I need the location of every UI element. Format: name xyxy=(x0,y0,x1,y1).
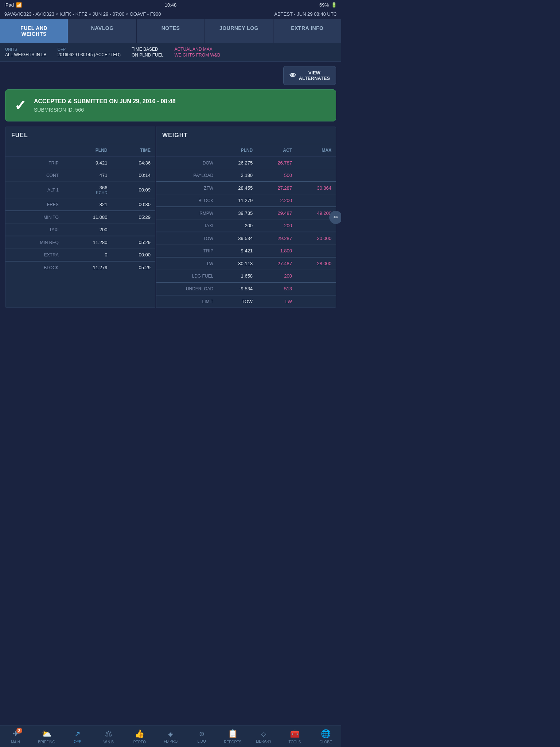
info-ofp-group: OFP 20160629 030145 (ACCEPTED) xyxy=(58,47,121,57)
fuel-panel-header: FUEL xyxy=(5,127,155,144)
weight-plnd-lw: 30.113 xyxy=(218,257,257,270)
weight-act-trip: 1.800 xyxy=(257,245,296,258)
ofp-value: 20160629 030145 (ACCEPTED) xyxy=(58,52,121,57)
weight-act-underload: 513 xyxy=(257,282,296,295)
fuel-plnd-cont: 471 xyxy=(63,169,112,182)
accepted-title: ACCEPTED & SUBMITTED ON JUN 29, 2016 - 0… xyxy=(34,98,176,105)
fuel-label-taxi: TAXI xyxy=(5,224,63,236)
weight-label-zfw: ZFW xyxy=(156,182,218,194)
weight-label-dow: DOW xyxy=(156,157,218,169)
weight-act-payload: 500 xyxy=(257,169,296,182)
fuel-time-taxi xyxy=(112,224,155,236)
weight-table: PLND ACT MAX DOW 26.275 26.787 PAYLOAD 2… xyxy=(156,144,336,307)
content-spacer xyxy=(0,308,341,344)
table-row: PAYLOAD 2.180 500 xyxy=(156,169,336,182)
weight-panel: WEIGHT PLND ACT MAX DOW 26.275 26.787 xyxy=(156,127,336,308)
weight-label-trip: TRIP xyxy=(156,245,218,258)
table-row: MIN REQ 11.280 05:29 xyxy=(5,236,155,249)
battery-icon: 🔋 xyxy=(331,2,337,8)
fuel-plnd-alt1: 366 KCHD xyxy=(63,182,112,198)
weight-plnd-block: 11.279 xyxy=(218,194,257,207)
table-row: TOW 39.534 29.287 30.000 xyxy=(156,232,336,245)
table-row: MIN TO 11.080 05:29 xyxy=(5,211,155,224)
weight-plnd-zfw: 28.455 xyxy=(218,182,257,194)
weight-max-ldgfuel xyxy=(296,270,336,283)
main-content: FUEL PLND TIME TRIP 9.421 04:36 CONT 471 xyxy=(0,127,341,308)
weight-max-payload xyxy=(296,169,336,182)
fuel-plnd-trip: 9.421 xyxy=(63,157,112,169)
fuel-panel: FUEL PLND TIME TRIP 9.421 04:36 CONT 471 xyxy=(5,127,155,308)
tabs-bar: FUEL ANDWEIGHTS NAVLOG NOTES JOURNEY LOG… xyxy=(0,19,341,43)
edit-icon-button[interactable]: ✏ xyxy=(329,211,341,224)
fuel-table: PLND TIME TRIP 9.421 04:36 CONT 471 00:1… xyxy=(5,144,155,274)
weight-label-limit: LIMIT xyxy=(156,295,218,307)
table-row: ALT 1 366 KCHD 00:09 xyxy=(5,182,155,198)
ofp-label: OFP xyxy=(58,47,121,51)
accepted-text-group: ACCEPTED & SUBMITTED ON JUN 29, 2016 - 0… xyxy=(34,98,176,113)
table-row: LW 30.113 27.487 28.000 xyxy=(156,257,336,270)
weight-act-dow: 26.787 xyxy=(257,157,296,169)
actualmax-value2: WEIGHTS FROM W&B xyxy=(174,53,220,58)
weight-max-tow: 30.000 xyxy=(296,232,336,245)
weight-panel-header: WEIGHT xyxy=(156,127,336,144)
status-left: iPad 📶 xyxy=(4,2,22,8)
weight-max-underload xyxy=(296,282,336,295)
weight-plnd-rmpw: 39.735 xyxy=(218,207,257,220)
accepted-banner: ✓ ACCEPTED & SUBMITTED ON JUN 29, 2016 -… xyxy=(5,89,336,121)
table-row: ZFW 28.455 27.287 30.864 xyxy=(156,182,336,194)
checkmark-icon: ✓ xyxy=(14,97,27,114)
weight-max-lw: 28.000 xyxy=(296,257,336,270)
fuel-label-trip: TRIP xyxy=(5,157,63,169)
weight-plnd-dow: 26.275 xyxy=(218,157,257,169)
table-row: EXTRA 0 00:00 xyxy=(5,249,155,262)
wifi-icon: 📶 xyxy=(16,2,22,8)
table-row: TRIP 9.421 04:36 xyxy=(5,157,155,169)
fuel-plnd-block: 11.279 xyxy=(63,261,112,274)
table-row: DOW 26.275 26.787 xyxy=(156,157,336,169)
units-label: UNITS xyxy=(5,47,47,51)
weight-act-tow: 29.287 xyxy=(257,232,296,245)
fuel-time-minto: 05:29 xyxy=(112,211,155,224)
weight-col-label xyxy=(156,144,218,157)
weight-plnd-limit: TOW xyxy=(218,295,257,307)
weight-label-underload: UNDERLOAD xyxy=(156,282,218,295)
fuel-label-extra: EXTRA xyxy=(5,249,63,262)
weight-act-block: 2.200 xyxy=(257,194,296,207)
tab-journey-log[interactable]: JOURNEY LOG xyxy=(205,19,273,43)
tab-fuel-weights[interactable]: FUEL ANDWEIGHTS xyxy=(0,19,68,43)
weight-act-ldgfuel: 200 xyxy=(257,270,296,283)
fuel-label-block: BLOCK xyxy=(5,261,63,274)
weight-plnd-ldgfuel: 1.658 xyxy=(218,270,257,283)
weight-max-limit xyxy=(296,295,336,307)
fuel-label-fres: FRES xyxy=(5,198,63,211)
flight-info-right: ABTEST - JUN 29 08:48 UTC xyxy=(274,11,337,17)
weight-plnd-payload: 2.180 xyxy=(218,169,257,182)
tab-notes[interactable]: NOTES xyxy=(137,19,205,43)
weight-plnd-tow: 39.534 xyxy=(218,232,257,245)
table-row: TAXI 200 200 xyxy=(156,220,336,232)
view-alternates-button[interactable]: 👁 VIEWALTERNATES xyxy=(283,66,336,85)
timebased-value: TIME BASED xyxy=(132,47,163,52)
table-row: TRIP 9.421 1.800 xyxy=(156,245,336,258)
weight-label-taxi: TAXI xyxy=(156,220,218,232)
fuel-label-minto: MIN TO xyxy=(5,211,63,224)
table-row: BLOCK 11.279 2.200 xyxy=(156,194,336,207)
fuel-time-cont: 00:14 xyxy=(112,169,155,182)
tab-navlog[interactable]: NAVLOG xyxy=(68,19,136,43)
flight-info-bar: 9AVAVIO323 - AVIO323 » KJFK - KFFZ » JUN… xyxy=(0,10,341,19)
weight-col-max: MAX xyxy=(296,144,336,157)
fuel-time-extra: 00:00 xyxy=(112,249,155,262)
units-value: ALL WEIGHTS IN LB xyxy=(5,52,47,57)
info-units-group: UNITS ALL WEIGHTS IN LB xyxy=(5,47,47,57)
weight-plnd-taxi: 200 xyxy=(218,220,257,232)
fuel-plnd-minreq: 11.280 xyxy=(63,236,112,249)
fuel-col-plnd: PLND xyxy=(63,144,112,157)
tab-extra-info[interactable]: EXTRA INFO xyxy=(273,19,341,43)
table-row: TAXI 200 xyxy=(5,224,155,236)
ipad-label: iPad xyxy=(4,2,14,8)
fuel-plnd-taxi: 200 xyxy=(63,224,112,236)
view-alternates-row: 👁 VIEWALTERNATES xyxy=(0,62,341,89)
weight-label-rmpw: RMPW xyxy=(156,207,218,220)
weight-act-taxi: 200 xyxy=(257,220,296,232)
weight-col-act: ACT xyxy=(257,144,296,157)
